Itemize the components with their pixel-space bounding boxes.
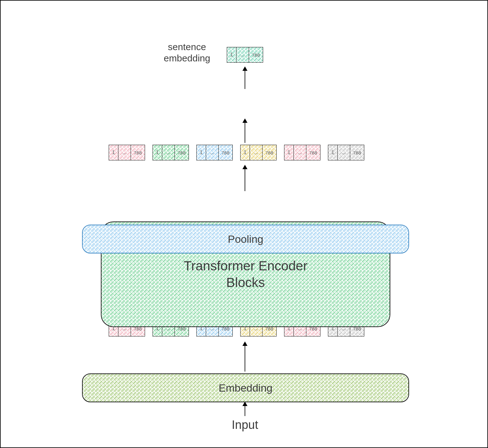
token-cell: 768 <box>175 145 189 160</box>
pooling-block: Pooling <box>82 225 409 253</box>
token-cell: ... <box>338 145 350 160</box>
token-cell: 1 <box>241 145 250 160</box>
sentence-embedding-token: 1...768 <box>227 47 263 63</box>
token-vector: 1...768 <box>284 145 320 160</box>
arrow-up-icon <box>245 165 245 191</box>
token-cell: 1 <box>284 145 294 160</box>
token-cell: ... <box>206 145 219 160</box>
token-vector: 1...768 <box>109 145 145 160</box>
encoder-text-line2: Blocks <box>226 274 265 291</box>
token-row-upper: 1...7681...7681...7681...7681...7681...7… <box>109 145 364 160</box>
sentence-label-line2: embedding <box>154 53 220 64</box>
token-vector: 1...768 <box>196 145 233 160</box>
token-cell: ... <box>118 145 131 160</box>
diagram-canvas: Input Embedding 1...7681...7681...7681..… <box>0 0 488 448</box>
pooling-text: Pooling <box>228 233 263 245</box>
token-cell: 1 <box>227 47 236 62</box>
token-cell: 1 <box>197 145 206 160</box>
token-cell: ... <box>162 145 175 160</box>
embedding-text: Embedding <box>219 382 273 394</box>
token-cell: ... <box>236 47 249 62</box>
embedding-block: Embedding <box>82 373 409 402</box>
token-vector: 1...768 <box>153 145 189 160</box>
token-cell: 1 <box>153 145 162 160</box>
token-cell: 768 <box>350 145 364 160</box>
sentence-label-line1: sentence <box>154 41 220 53</box>
token-cell: 768 <box>262 145 276 160</box>
input-label: Input <box>217 418 273 432</box>
token-cell: 768 <box>306 145 320 160</box>
token-cell: 768 <box>131 145 145 160</box>
arrow-up-icon <box>245 402 245 416</box>
token-cell: 768 <box>249 47 263 62</box>
token-cell: 1 <box>109 145 118 160</box>
arrow-up-icon <box>245 342 245 372</box>
token-cell: ... <box>250 145 262 160</box>
encoder-text-line1: Transformer Encoder <box>184 258 307 274</box>
token-cell: 1 <box>328 145 338 160</box>
arrow-up-icon <box>245 67 245 89</box>
token-vector: 1...768 <box>328 145 364 160</box>
sentence-embedding-label: sentence embedding <box>154 41 220 64</box>
token-cell: 768 <box>219 145 232 160</box>
token-vector: 1...768 <box>227 47 263 63</box>
arrow-up-icon <box>245 119 245 143</box>
token-cell: ... <box>294 145 306 160</box>
token-vector: 1...768 <box>240 145 277 160</box>
